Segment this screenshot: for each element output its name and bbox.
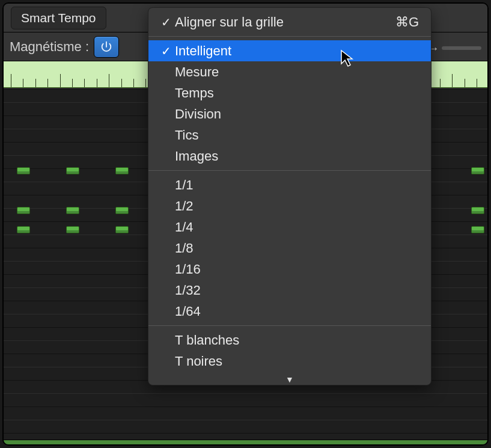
- menu-item-mesure[interactable]: Mesure: [148, 61, 431, 82]
- menu-item-label: Intelligent: [175, 43, 422, 59]
- menu-item-1-8[interactable]: 1/8: [148, 238, 431, 259]
- magnetism-label: Magnétisme :: [10, 39, 89, 55]
- ruler-tick: [84, 79, 85, 87]
- menu-item-1-32[interactable]: 1/32: [148, 280, 431, 301]
- menu-item-1-2[interactable]: 1/2: [148, 195, 431, 216]
- zoom-slider[interactable]: [442, 46, 481, 50]
- midi-note[interactable]: [471, 207, 484, 214]
- power-icon: [100, 40, 113, 54]
- ruler-tick: [121, 79, 122, 87]
- midi-note[interactable]: [66, 207, 79, 214]
- menu-shortcut: ⌘G: [395, 14, 419, 30]
- menu-overflow-indicator[interactable]: ▼: [148, 375, 431, 384]
- snap-power-button[interactable]: [94, 36, 119, 58]
- menu-item-label: 1/8: [175, 241, 422, 256]
- menu-item-label: 1/32: [175, 283, 422, 298]
- ruler-tick: [60, 74, 61, 87]
- menu-item-label: 1/16: [175, 262, 422, 277]
- menu-item-1-64[interactable]: 1/64: [148, 301, 431, 322]
- midi-note[interactable]: [471, 167, 484, 174]
- ruler-tick: [35, 79, 36, 87]
- ruler-tick: [47, 79, 48, 87]
- menu-item-t-blanches[interactable]: T blanches: [148, 330, 431, 351]
- app-window: Smart Tempo Magnétisme : → ✓ Aligner sur…: [2, 2, 489, 446]
- menu-item-images[interactable]: Images: [148, 146, 431, 167]
- ruler-tick: [477, 79, 477, 87]
- midi-note[interactable]: [471, 226, 484, 233]
- ruler-tick: [11, 74, 11, 87]
- zoom-widget: →: [427, 37, 481, 59]
- menu-item-1-1[interactable]: 1/1: [148, 174, 431, 195]
- piano-roll-bottom-bar: [4, 440, 487, 444]
- midi-note[interactable]: [17, 207, 30, 214]
- ruler-tick: [452, 74, 453, 87]
- midi-note[interactable]: [17, 167, 30, 174]
- menu-item-tics[interactable]: Tics: [148, 124, 431, 146]
- midi-note[interactable]: [115, 207, 129, 214]
- snap-mode-menu: ✓ Aligner sur la grille ⌘G ✓IntelligentM…: [148, 7, 432, 385]
- menu-item-temps[interactable]: Temps: [148, 82, 431, 103]
- menu-item-snap-to-grid[interactable]: ✓ Aligner sur la grille ⌘G: [148, 11, 431, 32]
- menu-item-label: Mesure: [175, 64, 422, 80]
- menu-item-label: T blanches: [175, 333, 422, 348]
- menu-separator: [148, 36, 431, 37]
- midi-note[interactable]: [66, 167, 79, 174]
- menu-item-label: Tics: [175, 127, 422, 143]
- menu-item-label: Temps: [175, 85, 422, 101]
- smart-tempo-label: Smart Tempo: [21, 11, 96, 25]
- menu-item-label: Division: [175, 106, 422, 122]
- grid-line: [4, 407, 487, 407]
- menu-separator: [148, 325, 431, 326]
- menu-item-1-16[interactable]: 1/16: [148, 259, 431, 280]
- ruler-tick: [133, 79, 134, 87]
- menu-item-label: 1/4: [175, 219, 422, 235]
- ruler-tick: [440, 79, 441, 87]
- grid-line: [4, 433, 487, 434]
- smart-tempo-button[interactable]: Smart Tempo: [11, 7, 106, 29]
- ruler-tick: [23, 79, 23, 87]
- check-icon: ✓: [157, 16, 175, 28]
- menu-separator: [148, 170, 431, 171]
- midi-note[interactable]: [115, 226, 129, 233]
- menu-item-1-4[interactable]: 1/4: [148, 216, 431, 238]
- menu-item-label: Aligner sur la grille: [175, 14, 395, 30]
- menu-item-division[interactable]: Division: [148, 103, 431, 124]
- menu-item-label: 1/2: [175, 198, 422, 214]
- ruler-tick: [72, 79, 73, 87]
- menu-item-label: T noires: [175, 354, 422, 369]
- ruler-tick: [145, 79, 146, 87]
- midi-note[interactable]: [66, 226, 79, 233]
- ruler-tick: [109, 74, 109, 87]
- menu-item-t-noires[interactable]: T noires: [148, 351, 431, 372]
- midi-note[interactable]: [17, 226, 30, 233]
- menu-item-label: Images: [175, 149, 422, 164]
- check-icon: ✓: [157, 45, 175, 57]
- menu-item-intelligent[interactable]: ✓Intelligent: [148, 40, 431, 61]
- menu-item-label: 1/1: [175, 177, 422, 193]
- grid-line: [4, 393, 487, 394]
- grid-line: [4, 420, 487, 420]
- midi-note[interactable]: [115, 167, 129, 174]
- menu-item-label: 1/64: [175, 304, 422, 319]
- ruler-tick: [465, 79, 465, 87]
- ruler-tick: [97, 79, 97, 87]
